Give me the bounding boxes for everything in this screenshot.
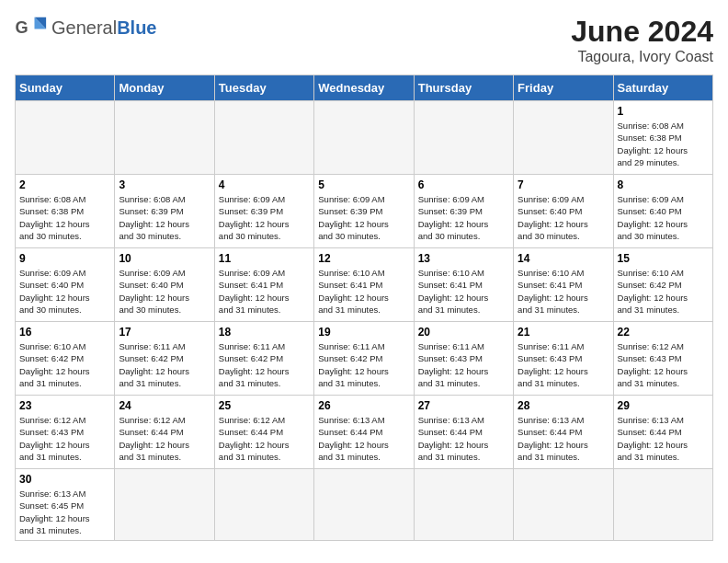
day-4: 4 Sunrise: 6:09 AMSunset: 6:39 PMDayligh… — [214, 175, 313, 248]
empty-cell — [613, 469, 712, 541]
empty-cell — [414, 101, 513, 175]
day-number-27: 27 — [418, 399, 509, 412]
day-5: 5 Sunrise: 6:09 AMSunset: 6:39 PMDayligh… — [314, 175, 414, 248]
day-12: 12 Sunrise: 6:10 AMSunset: 6:41 PMDaylig… — [314, 248, 414, 322]
day-number-10: 10 — [119, 252, 210, 265]
calendar-row-5: 23 Sunrise: 6:12 AMSunset: 6:43 PMDaylig… — [16, 396, 713, 469]
day-number-4: 4 — [219, 178, 310, 191]
day-number-5: 5 — [318, 178, 409, 191]
day-24: 24 Sunrise: 6:12 AMSunset: 6:44 PMDaylig… — [115, 396, 214, 469]
day-number-11: 11 — [219, 252, 310, 265]
day-number-2: 2 — [19, 178, 110, 191]
day-info-23: Sunrise: 6:12 AMSunset: 6:43 PMDaylight:… — [19, 414, 110, 463]
header-monday: Monday — [115, 75, 214, 101]
day-7: 7 Sunrise: 6:09 AMSunset: 6:40 PMDayligh… — [514, 175, 613, 248]
day-number-8: 8 — [618, 178, 709, 191]
day-number-19: 19 — [318, 326, 409, 339]
day-info-16: Sunrise: 6:10 AMSunset: 6:42 PMDaylight:… — [19, 340, 110, 389]
day-15: 15 Sunrise: 6:10 AMSunset: 6:42 PMDaylig… — [613, 248, 712, 322]
day-number-14: 14 — [518, 252, 609, 265]
calendar-row-6: 30 Sunrise: 6:13 AMSunset: 6:45 PMDaylig… — [16, 469, 713, 541]
day-info-11: Sunrise: 6:09 AMSunset: 6:41 PMDaylight:… — [219, 267, 310, 316]
title-block: June 2024 Tagoura, Ivory Coast — [571, 15, 713, 65]
day-13: 13 Sunrise: 6:10 AMSunset: 6:41 PMDaylig… — [414, 248, 513, 322]
logo-icon: G — [15, 15, 48, 40]
location-subtitle: Tagoura, Ivory Coast — [571, 49, 713, 65]
calendar-row-4: 16 Sunrise: 6:10 AMSunset: 6:42 PMDaylig… — [16, 322, 713, 396]
day-info-22: Sunrise: 6:12 AMSunset: 6:43 PMDaylight:… — [618, 340, 709, 389]
day-info-18: Sunrise: 6:11 AMSunset: 6:42 PMDaylight:… — [219, 340, 310, 389]
logo: G GeneralBlue — [15, 15, 157, 40]
header-tuesday: Tuesday — [214, 75, 313, 101]
day-info-10: Sunrise: 6:09 AMSunset: 6:40 PMDaylight:… — [119, 267, 210, 316]
day-info-12: Sunrise: 6:10 AMSunset: 6:41 PMDaylight:… — [318, 267, 409, 316]
svg-text:G: G — [16, 18, 28, 37]
day-19: 19 Sunrise: 6:11 AMSunset: 6:42 PMDaylig… — [314, 322, 414, 396]
day-26: 26 Sunrise: 6:13 AMSunset: 6:44 PMDaylig… — [314, 396, 414, 469]
day-9: 9 Sunrise: 6:09 AMSunset: 6:40 PMDayligh… — [16, 248, 115, 322]
day-number-20: 20 — [418, 326, 509, 339]
day-info-6: Sunrise: 6:09 AMSunset: 6:39 PMDaylight:… — [418, 193, 509, 242]
day-number-12: 12 — [318, 252, 409, 265]
day-number-28: 28 — [518, 399, 609, 412]
day-info-20: Sunrise: 6:11 AMSunset: 6:43 PMDaylight:… — [418, 340, 509, 389]
empty-cell — [214, 469, 313, 541]
day-28: 28 Sunrise: 6:13 AMSunset: 6:44 PMDaylig… — [514, 396, 613, 469]
calendar-row-2: 2 Sunrise: 6:08 AMSunset: 6:38 PMDayligh… — [16, 175, 713, 248]
day-info-9: Sunrise: 6:09 AMSunset: 6:40 PMDaylight:… — [19, 267, 110, 316]
day-number-6: 6 — [418, 178, 509, 191]
day-number-15: 15 — [618, 252, 709, 265]
day-21: 21 Sunrise: 6:11 AMSunset: 6:43 PMDaylig… — [514, 322, 613, 396]
day-info-25: Sunrise: 6:12 AMSunset: 6:44 PMDaylight:… — [219, 414, 310, 463]
day-info-3: Sunrise: 6:08 AMSunset: 6:39 PMDaylight:… — [119, 193, 210, 242]
day-30: 30 Sunrise: 6:13 AMSunset: 6:45 PMDaylig… — [16, 469, 115, 541]
day-number-18: 18 — [219, 326, 310, 339]
day-10: 10 Sunrise: 6:09 AMSunset: 6:40 PMDaylig… — [115, 248, 214, 322]
day-info-8: Sunrise: 6:09 AMSunset: 6:40 PMDaylight:… — [618, 193, 709, 242]
day-number-13: 13 — [418, 252, 509, 265]
day-number-30: 30 — [19, 473, 110, 486]
day-number-3: 3 — [119, 178, 210, 191]
day-20: 20 Sunrise: 6:11 AMSunset: 6:43 PMDaylig… — [414, 322, 513, 396]
day-info-13: Sunrise: 6:10 AMSunset: 6:41 PMDaylight:… — [418, 267, 509, 316]
header-wednesday: Wednesday — [314, 75, 414, 101]
day-1: 1 Sunrise: 6:08 AMSunset: 6:38 PMDayligh… — [613, 101, 712, 175]
day-info-2: Sunrise: 6:08 AMSunset: 6:38 PMDaylight:… — [19, 193, 110, 242]
calendar-table: Sunday Monday Tuesday Wednesday Thursday… — [15, 75, 713, 541]
day-6: 6 Sunrise: 6:09 AMSunset: 6:39 PMDayligh… — [414, 175, 513, 248]
empty-cell — [214, 101, 313, 175]
day-number-16: 16 — [19, 326, 110, 339]
day-info-26: Sunrise: 6:13 AMSunset: 6:44 PMDaylight:… — [318, 414, 409, 463]
day-info-28: Sunrise: 6:13 AMSunset: 6:44 PMDaylight:… — [518, 414, 609, 463]
empty-cell — [115, 101, 214, 175]
day-29: 29 Sunrise: 6:13 AMSunset: 6:44 PMDaylig… — [613, 396, 712, 469]
month-year-title: June 2024 — [571, 15, 713, 49]
empty-cell — [115, 469, 214, 541]
day-14: 14 Sunrise: 6:10 AMSunset: 6:41 PMDaylig… — [514, 248, 613, 322]
day-25: 25 Sunrise: 6:12 AMSunset: 6:44 PMDaylig… — [214, 396, 313, 469]
day-27: 27 Sunrise: 6:13 AMSunset: 6:44 PMDaylig… — [414, 396, 513, 469]
empty-cell — [414, 469, 513, 541]
day-number-9: 9 — [19, 252, 110, 265]
day-info-21: Sunrise: 6:11 AMSunset: 6:43 PMDaylight:… — [518, 340, 609, 389]
day-17: 17 Sunrise: 6:11 AMSunset: 6:42 PMDaylig… — [115, 322, 214, 396]
day-number-23: 23 — [19, 399, 110, 412]
day-23: 23 Sunrise: 6:12 AMSunset: 6:43 PMDaylig… — [16, 396, 115, 469]
header-sunday: Sunday — [16, 75, 115, 101]
day-8: 8 Sunrise: 6:09 AMSunset: 6:40 PMDayligh… — [613, 175, 712, 248]
day-info-4: Sunrise: 6:09 AMSunset: 6:39 PMDaylight:… — [219, 193, 310, 242]
day-info-29: Sunrise: 6:13 AMSunset: 6:44 PMDaylight:… — [618, 414, 709, 463]
day-info-27: Sunrise: 6:13 AMSunset: 6:44 PMDaylight:… — [418, 414, 509, 463]
day-11: 11 Sunrise: 6:09 AMSunset: 6:41 PMDaylig… — [214, 248, 313, 322]
day-number-26: 26 — [318, 399, 409, 412]
day-22: 22 Sunrise: 6:12 AMSunset: 6:43 PMDaylig… — [613, 322, 712, 396]
day-info-15: Sunrise: 6:10 AMSunset: 6:42 PMDaylight:… — [618, 267, 709, 316]
day-16: 16 Sunrise: 6:10 AMSunset: 6:42 PMDaylig… — [16, 322, 115, 396]
logo-text: GeneralBlue — [51, 17, 157, 39]
header-thursday: Thursday — [414, 75, 513, 101]
day-2: 2 Sunrise: 6:08 AMSunset: 6:38 PMDayligh… — [16, 175, 115, 248]
header-friday: Friday — [514, 75, 613, 101]
empty-cell — [514, 101, 613, 175]
empty-cell — [314, 469, 414, 541]
header-saturday: Saturday — [613, 75, 712, 101]
